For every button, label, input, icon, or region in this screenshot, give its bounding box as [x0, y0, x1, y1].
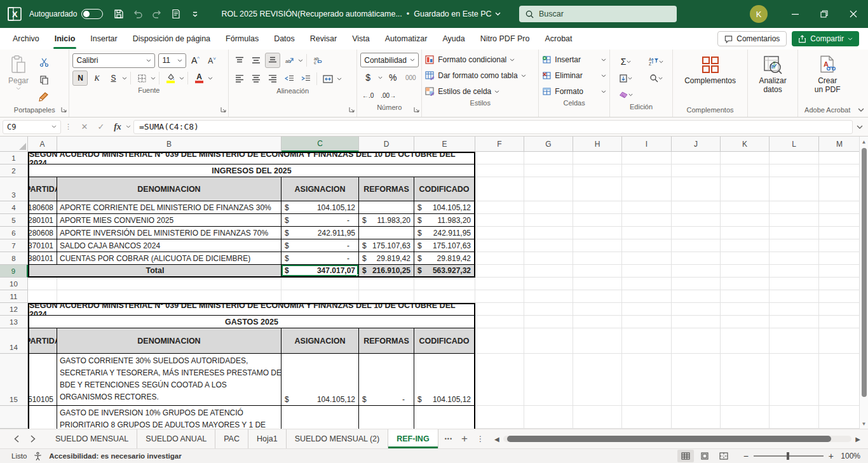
cell-B10[interactable]: [57, 278, 281, 290]
search-input[interactable]: [539, 10, 653, 18]
column-header-F[interactable]: F: [475, 137, 524, 152]
row-header-6[interactable]: 6: [0, 227, 28, 239]
cell-M1[interactable]: [819, 152, 860, 164]
cell-B4[interactable]: APORTE CORRIENTE DEL MINISTERIO DE FINAN…: [57, 201, 281, 214]
horizontal-scrollbar-thumb[interactable]: [507, 436, 831, 442]
search-box[interactable]: [519, 6, 677, 22]
cell-B14[interactable]: DENOMINACION: [57, 328, 281, 354]
scroll-down-arrow-icon[interactable]: ▼: [862, 419, 867, 429]
excel-logo-icon[interactable]: X: [0, 7, 29, 21]
cell-I3[interactable]: [622, 177, 672, 201]
bold-button[interactable]: N: [72, 70, 88, 86]
cell-M5[interactable]: [819, 214, 860, 227]
cell-C3[interactable]: ASIGNACION: [281, 177, 359, 201]
cancel-entry-button[interactable]: ✕: [76, 120, 93, 134]
cell-M14[interactable]: [819, 328, 860, 354]
page-break-view-button[interactable]: [715, 450, 732, 462]
cell-M3[interactable]: [819, 177, 860, 201]
cell-F13[interactable]: [475, 316, 524, 328]
cell-J14[interactable]: [672, 328, 721, 354]
scroll-left-arrow-icon[interactable]: ◀: [494, 436, 499, 443]
cell-D10[interactable]: [359, 278, 414, 290]
merged-title-cell-13[interactable]: GASTOS 2025: [28, 316, 475, 328]
select-all-corner[interactable]: [0, 137, 28, 152]
column-header-K[interactable]: K: [721, 137, 770, 152]
cell-B6[interactable]: APORTE INVERSIÓN DEL MINISTERIO DE FINAN…: [57, 227, 281, 239]
cell-B5[interactable]: APORTE MIES CONVENIO 2025: [57, 214, 281, 227]
percent-style-button[interactable]: %: [385, 70, 400, 85]
row-header-4[interactable]: 4: [0, 201, 28, 214]
cell-D3[interactable]: REFORMAS: [359, 177, 414, 201]
increase-font-button[interactable]: A^: [187, 53, 203, 68]
font-dialog-launcher[interactable]: [220, 105, 226, 114]
ribbon-tab-inicio[interactable]: Inicio: [47, 28, 83, 50]
sheet-tab-sueldo-anual[interactable]: SUELDO ANUAL: [137, 429, 215, 448]
cell-J15[interactable]: [672, 354, 721, 406]
merged-title-cell-1[interactable]: SEGÚN ACUERDO MINISTERIAL Nº 039 DEL MIN…: [28, 152, 475, 164]
redo-button[interactable]: [147, 4, 166, 23]
fill-handle[interactable]: [356, 274, 359, 278]
cell-F[interactable]: [475, 406, 524, 429]
cell-I8[interactable]: [622, 252, 672, 265]
zoom-level[interactable]: 100%: [836, 452, 860, 460]
cell-G3[interactable]: [524, 177, 573, 201]
cell-I1[interactable]: [622, 152, 672, 164]
increase-decimal-button[interactable]: ←.0: [360, 88, 376, 103]
row-header-2[interactable]: 2: [0, 164, 28, 177]
cell-G4[interactable]: [524, 201, 573, 214]
cell-D4[interactable]: [359, 201, 414, 214]
cell-M[interactable]: [819, 406, 860, 429]
confirm-entry-button[interactable]: ✓: [93, 120, 109, 134]
cell-K4[interactable]: [721, 201, 770, 214]
font-size-select[interactable]: 11: [158, 53, 186, 68]
cell-A15[interactable]: 510105: [28, 354, 57, 406]
cell-M10[interactable]: [819, 278, 860, 290]
cell-K15[interactable]: [721, 354, 770, 406]
zoom-slider-thumb[interactable]: [787, 452, 789, 460]
sort-filter-button[interactable]: AZ: [644, 54, 670, 69]
column-header-D[interactable]: D: [359, 137, 414, 152]
row-header-12[interactable]: 12: [0, 303, 28, 316]
cell-K5[interactable]: [721, 214, 770, 227]
cell-A8[interactable]: 380101: [28, 252, 57, 265]
cell-I14[interactable]: [622, 328, 672, 354]
cell-E7[interactable]: $175.107,63: [414, 239, 475, 252]
ribbon-tab-ayuda[interactable]: Ayuda: [435, 28, 472, 50]
cell-F10[interactable]: [475, 278, 524, 290]
row-header-8[interactable]: 8: [0, 252, 28, 265]
cell-C7[interactable]: $-: [281, 239, 359, 252]
status-mode[interactable]: Listo: [11, 452, 27, 460]
cell-C11[interactable]: [281, 290, 359, 303]
cell-G5[interactable]: [524, 214, 573, 227]
font-color-button[interactable]: A: [191, 70, 207, 86]
cell-A7[interactable]: 370101: [28, 239, 57, 252]
cell-M15[interactable]: [819, 354, 860, 406]
column-header-I[interactable]: I: [622, 137, 672, 152]
cell-K[interactable]: [721, 406, 770, 429]
sheet-tab-sueldo-mensual[interactable]: SUELDO MENSUAL: [47, 429, 137, 448]
cell-K12[interactable]: [721, 303, 770, 316]
cell-D8[interactable]: $29.819,42: [359, 252, 414, 265]
format-cells-button[interactable]: Formato: [542, 84, 606, 98]
cell-L1[interactable]: [770, 152, 819, 164]
cell-L2[interactable]: [770, 164, 819, 177]
cell-F14[interactable]: [475, 328, 524, 354]
row-header-1[interactable]: 1: [0, 152, 28, 164]
cell-F6[interactable]: [475, 227, 524, 239]
alignment-dialog-launcher[interactable]: [349, 105, 355, 114]
cell-E9[interactable]: $563.927,32: [414, 265, 475, 278]
cell-G12[interactable]: [524, 303, 573, 316]
new-sheet-button[interactable]: +: [461, 433, 468, 445]
cell-J7[interactable]: [672, 239, 721, 252]
total-label-cell[interactable]: Total: [28, 265, 281, 278]
column-header-H[interactable]: H: [573, 137, 622, 152]
close-button[interactable]: [839, 0, 868, 28]
cell-A11[interactable]: [28, 290, 57, 303]
cell-I5[interactable]: [622, 214, 672, 227]
cell-L[interactable]: [770, 406, 819, 429]
cell-D7[interactable]: $175.107,63: [359, 239, 414, 252]
cell-C5[interactable]: $-: [281, 214, 359, 227]
cell-H3[interactable]: [573, 177, 622, 201]
cell-E15[interactable]: $104.105,12: [414, 354, 475, 406]
borders-button[interactable]: [134, 70, 149, 86]
